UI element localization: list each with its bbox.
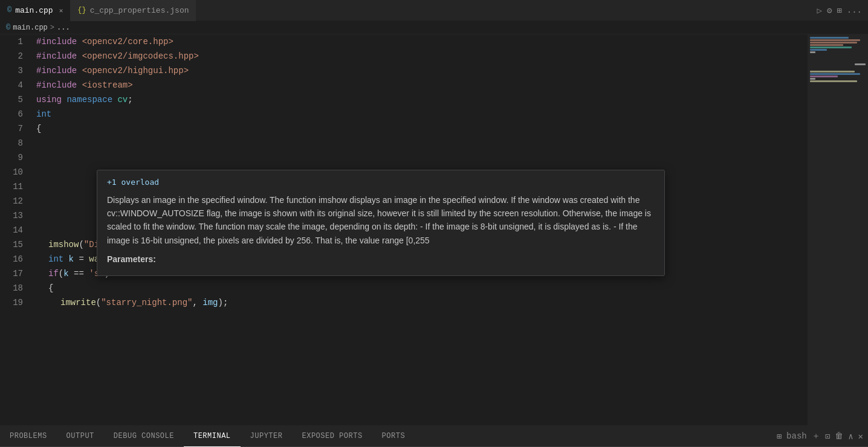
tab-close-main-cpp[interactable]: ✕ (59, 7, 63, 14)
more-icon[interactable]: ... (847, 5, 862, 15)
tab-bar-actions: ▷ ⚙ ⊞ ... (817, 5, 868, 16)
close-panel-button[interactable]: ✕ (858, 431, 863, 442)
tab-output[interactable]: OUTPUT (57, 426, 104, 447)
cpp-file-icon: © (7, 6, 11, 14)
run-button[interactable]: ▷ (817, 5, 821, 16)
code-line-18: { (36, 281, 808, 295)
code-line-6: int (36, 107, 808, 121)
terminal-label: bash (786, 431, 807, 441)
code-line-7: { (36, 121, 808, 136)
tooltip-params: Parameters: (107, 253, 655, 266)
tab-properties-json[interactable]: {} c_cpp_properties.json (70, 0, 196, 21)
tab-label-main-cpp: main.cpp (15, 6, 53, 15)
code-line-9 (36, 150, 808, 165)
chevron-up-icon[interactable]: ∧ (848, 431, 853, 442)
tab-jupyter[interactable]: JUPYTER (241, 426, 293, 447)
bottom-panel: PROBLEMS OUTPUT DEBUG CONSOLE TERMINAL J… (0, 425, 868, 447)
tab-debug-console[interactable]: DEBUG CONSOLE (104, 426, 184, 447)
code-line-5: using namespace cv; (36, 92, 808, 107)
tooltip-overload: +1 overload (107, 176, 655, 188)
tab-label-properties-json: c_cpp_properties.json (90, 6, 189, 15)
terminal-icon: ⊞ (777, 431, 782, 442)
breadcrumb-rest[interactable]: ... (57, 24, 70, 32)
split-terminal-button[interactable]: ⊡ (825, 431, 830, 442)
minimap[interactable] (808, 34, 868, 425)
settings-icon[interactable]: ⚙ (827, 5, 832, 16)
tab-ports[interactable]: PORTS (372, 426, 415, 447)
trash-terminal-button[interactable]: 🗑 (835, 431, 843, 441)
tab-terminal[interactable]: TERMINAL (184, 426, 241, 447)
tooltip-description: Displays an image in the specified windo… (107, 193, 655, 248)
editor-area: 1 2 3 4 5 6 7 8 9 10 11 12 13 14 15 16 1… (0, 34, 868, 425)
add-terminal-button[interactable]: ＋ (812, 431, 820, 442)
tooltip-popup: +1 overload Displays an image in the spe… (97, 170, 665, 276)
code-line-1: #include <opencv2/core.hpp> (36, 34, 808, 49)
line-numbers: 1 2 3 4 5 6 7 8 9 10 11 12 13 14 15 16 1… (0, 34, 30, 425)
code-line-2: #include <opencv2/imgcodecs.hpp> (36, 49, 808, 63)
panel-tab-actions: ⊞ bash ＋ ⊡ 🗑 ∧ ✕ (777, 431, 868, 442)
tab-exposed-ports[interactable]: EXPOSED PORTS (292, 426, 372, 447)
tab-bar: © main.cpp ✕ {} c_cpp_properties.json ▷ … (0, 0, 868, 21)
code-line-3: #include <opencv2/highgui.hpp> (36, 63, 808, 78)
minimap-content (808, 34, 868, 85)
tooltip-params-label: Parameters: (107, 254, 156, 264)
layout-icon[interactable]: ⊞ (837, 5, 841, 16)
breadcrumb-file-icon: © (6, 24, 10, 32)
json-file-icon: {} (77, 6, 86, 14)
tab-main-cpp[interactable]: © main.cpp ✕ (0, 0, 70, 21)
panel-tab-bar: PROBLEMS OUTPUT DEBUG CONSOLE TERMINAL J… (0, 426, 868, 447)
code-line-4: #include <iostream> (36, 78, 808, 92)
breadcrumb: © main.cpp > ... (0, 21, 868, 34)
breadcrumb-file[interactable]: main.cpp (13, 24, 48, 32)
code-line-19: imwrite("starry_night.png", img); (36, 295, 808, 310)
code-line-8 (36, 136, 808, 150)
tab-problems[interactable]: PROBLEMS (0, 426, 57, 447)
breadcrumb-separator: > (50, 24, 54, 32)
